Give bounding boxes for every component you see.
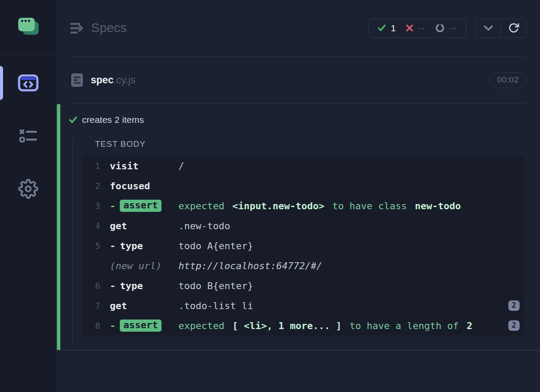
command-row[interactable]: 3 -assert expected <input.new-todo> to h… <box>82 196 524 216</box>
command-method: -type <box>110 240 178 251</box>
command-row[interactable]: 7 get .todo-list li 2 <box>82 296 524 316</box>
specs-list-toggle[interactable]: Specs <box>70 21 127 35</box>
command-message: .new-todo <box>178 221 524 231</box>
command-method: get <box>110 221 178 231</box>
gear-icon <box>18 179 38 199</box>
sidebar-item-specs[interactable] <box>0 69 56 97</box>
sidebar-item-settings[interactable] <box>0 178 56 199</box>
command-number: 7 <box>92 300 100 311</box>
test-results-summary: 1 -- -- <box>368 19 466 38</box>
active-item-indicator <box>0 66 3 100</box>
command-row[interactable]: (new url) http://localhost:64772/#/ <box>82 256 524 276</box>
command-method: -type <box>110 280 178 291</box>
command-message: todo B{enter} <box>178 280 524 291</box>
command-message: expected <input.new-todo> to have class … <box>178 201 524 211</box>
check-icon <box>69 116 77 123</box>
spec-timer: 00:02 <box>490 72 526 88</box>
command-message: .todo-list li <box>178 300 508 311</box>
passed-count: 1 <box>391 23 396 33</box>
test-content: TEST BODY 1 visit / 2 focused 3 -assert … <box>72 139 540 343</box>
document-icon <box>71 73 83 87</box>
command-message: / <box>178 161 524 171</box>
command-log: 1 visit / 2 focused 3 -assert expected <… <box>82 156 524 336</box>
command-number: 5 <box>92 240 100 251</box>
command-message: todo A{enter} <box>178 240 524 251</box>
test-title: creates 2 items <box>82 115 144 125</box>
command-method: get <box>110 300 178 311</box>
specs-list-arrow-icon <box>70 22 85 35</box>
run-controls <box>475 19 527 38</box>
command-number: 6 <box>92 280 100 291</box>
page-title: Specs <box>91 21 127 35</box>
x-icon <box>406 24 413 32</box>
refresh-icon <box>508 22 520 34</box>
command-row[interactable]: 8 -assert expected [ <li>, 1 more... ] t… <box>82 316 524 336</box>
command-method: -assert <box>110 320 178 332</box>
command-method: focused <box>110 181 178 191</box>
check-icon <box>378 24 386 32</box>
command-message: expected [ <li>, 1 more... ] to have a l… <box>178 320 508 331</box>
spec-name-primary: spec <box>91 74 113 86</box>
stat-passed: 1 <box>378 23 396 33</box>
failed-count: -- <box>418 23 425 33</box>
command-row[interactable]: 2 focused <box>82 176 524 196</box>
test-title-row[interactable]: creates 2 items <box>57 104 540 128</box>
command-number: 3 <box>92 201 100 211</box>
rerun-tests-button[interactable] <box>501 19 526 37</box>
test-passed-bar <box>57 104 60 350</box>
command-number: 4 <box>92 221 100 231</box>
element-count-badge: 2 <box>508 320 520 331</box>
app-window: Specs 1 -- <box>0 0 540 392</box>
command-row[interactable]: 5 -type todo A{enter} <box>82 236 524 256</box>
command-number: 8 <box>92 320 100 331</box>
cypress-logo-button[interactable] <box>0 0 56 55</box>
test-list-icon <box>19 129 38 143</box>
footer-space <box>57 350 540 392</box>
stat-pending: -- <box>435 23 457 33</box>
command-row[interactable]: 1 visit / <box>82 156 524 176</box>
specs-header: Specs 1 -- <box>57 0 540 56</box>
collapse-tests-button[interactable] <box>476 19 501 37</box>
sidebar-item-runs[interactable] <box>0 126 56 145</box>
command-number: 2 <box>92 181 100 191</box>
command-message: http://localhost:64772/#/ <box>178 260 524 271</box>
header-controls: 1 -- -- <box>368 19 527 38</box>
element-count-badge: 2 <box>508 300 520 311</box>
command-number: 1 <box>92 161 100 171</box>
code-window-icon <box>18 74 39 92</box>
sidebar <box>0 0 57 392</box>
command-method: (new url) <box>110 260 178 271</box>
command-method: -assert <box>110 200 178 212</box>
spec-name-extension: .cy.js <box>113 74 135 86</box>
main-panel: Specs 1 -- <box>57 0 540 392</box>
test-body-label: TEST BODY <box>95 139 540 149</box>
command-method: visit <box>110 161 178 171</box>
sidebar-nav <box>0 55 56 392</box>
command-row[interactable]: 6 -type todo B{enter} <box>82 276 524 296</box>
stat-failed: -- <box>406 23 425 33</box>
pending-count: -- <box>450 23 457 33</box>
pending-circle-icon <box>435 23 445 33</box>
cypress-logo-icon <box>16 16 41 39</box>
test-section: creates 2 items TEST BODY 1 visit / 2 fo… <box>57 104 540 350</box>
spec-file-header: spec.cy.js 00:02 <box>57 56 540 103</box>
spec-file-name: spec.cy.js <box>91 74 135 86</box>
chevron-down-icon <box>484 25 493 31</box>
command-row[interactable]: 4 get .new-todo <box>82 216 524 236</box>
